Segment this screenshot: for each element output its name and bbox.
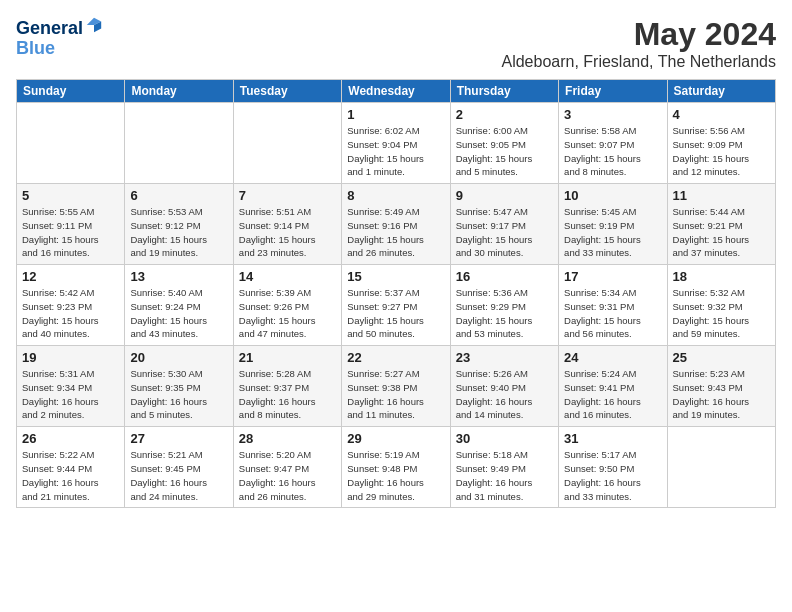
calendar-cell: 11Sunrise: 5:44 AMSunset: 9:21 PMDayligh… (667, 184, 775, 265)
calendar-cell: 23Sunrise: 5:26 AMSunset: 9:40 PMDayligh… (450, 346, 558, 427)
day-number: 24 (564, 350, 661, 365)
calendar-cell: 5Sunrise: 5:55 AMSunset: 9:11 PMDaylight… (17, 184, 125, 265)
day-number: 28 (239, 431, 336, 446)
weekday-header-friday: Friday (559, 80, 667, 103)
day-info: Sunrise: 5:39 AMSunset: 9:26 PMDaylight:… (239, 286, 336, 341)
calendar-cell: 14Sunrise: 5:39 AMSunset: 9:26 PMDayligh… (233, 265, 341, 346)
calendar-week-row: 1Sunrise: 6:02 AMSunset: 9:04 PMDaylight… (17, 103, 776, 184)
day-number: 10 (564, 188, 661, 203)
day-info: Sunrise: 5:28 AMSunset: 9:37 PMDaylight:… (239, 367, 336, 422)
day-info: Sunrise: 5:20 AMSunset: 9:47 PMDaylight:… (239, 448, 336, 503)
day-info: Sunrise: 5:42 AMSunset: 9:23 PMDaylight:… (22, 286, 119, 341)
day-number: 6 (130, 188, 227, 203)
day-number: 13 (130, 269, 227, 284)
day-number: 3 (564, 107, 661, 122)
day-number: 9 (456, 188, 553, 203)
day-info: Sunrise: 5:31 AMSunset: 9:34 PMDaylight:… (22, 367, 119, 422)
calendar-cell: 13Sunrise: 5:40 AMSunset: 9:24 PMDayligh… (125, 265, 233, 346)
day-info: Sunrise: 5:36 AMSunset: 9:29 PMDaylight:… (456, 286, 553, 341)
calendar-week-row: 19Sunrise: 5:31 AMSunset: 9:34 PMDayligh… (17, 346, 776, 427)
day-info: Sunrise: 5:37 AMSunset: 9:27 PMDaylight:… (347, 286, 444, 341)
day-info: Sunrise: 6:00 AMSunset: 9:05 PMDaylight:… (456, 124, 553, 179)
day-info: Sunrise: 5:51 AMSunset: 9:14 PMDaylight:… (239, 205, 336, 260)
day-number: 12 (22, 269, 119, 284)
day-info: Sunrise: 5:18 AMSunset: 9:49 PMDaylight:… (456, 448, 553, 503)
title-block: May 2024 Aldeboarn, Friesland, The Nethe… (501, 16, 776, 71)
calendar-cell: 3Sunrise: 5:58 AMSunset: 9:07 PMDaylight… (559, 103, 667, 184)
logo: General Blue (16, 16, 103, 59)
calendar-cell: 10Sunrise: 5:45 AMSunset: 9:19 PMDayligh… (559, 184, 667, 265)
day-info: Sunrise: 5:40 AMSunset: 9:24 PMDaylight:… (130, 286, 227, 341)
day-number: 11 (673, 188, 770, 203)
day-info: Sunrise: 5:19 AMSunset: 9:48 PMDaylight:… (347, 448, 444, 503)
calendar-week-row: 26Sunrise: 5:22 AMSunset: 9:44 PMDayligh… (17, 427, 776, 508)
day-info: Sunrise: 5:55 AMSunset: 9:11 PMDaylight:… (22, 205, 119, 260)
day-info: Sunrise: 5:22 AMSunset: 9:44 PMDaylight:… (22, 448, 119, 503)
day-info: Sunrise: 5:26 AMSunset: 9:40 PMDaylight:… (456, 367, 553, 422)
day-number: 15 (347, 269, 444, 284)
day-number: 26 (22, 431, 119, 446)
day-info: Sunrise: 5:47 AMSunset: 9:17 PMDaylight:… (456, 205, 553, 260)
day-number: 16 (456, 269, 553, 284)
day-number: 20 (130, 350, 227, 365)
day-number: 7 (239, 188, 336, 203)
calendar-cell: 29Sunrise: 5:19 AMSunset: 9:48 PMDayligh… (342, 427, 450, 508)
page-header: General Blue May 2024 Aldeboarn, Friesla… (16, 16, 776, 71)
calendar-cell: 21Sunrise: 5:28 AMSunset: 9:37 PMDayligh… (233, 346, 341, 427)
day-info: Sunrise: 5:17 AMSunset: 9:50 PMDaylight:… (564, 448, 661, 503)
day-info: Sunrise: 5:53 AMSunset: 9:12 PMDaylight:… (130, 205, 227, 260)
day-number: 31 (564, 431, 661, 446)
day-info: Sunrise: 5:30 AMSunset: 9:35 PMDaylight:… (130, 367, 227, 422)
day-info: Sunrise: 5:34 AMSunset: 9:31 PMDaylight:… (564, 286, 661, 341)
calendar-week-row: 12Sunrise: 5:42 AMSunset: 9:23 PMDayligh… (17, 265, 776, 346)
day-number: 5 (22, 188, 119, 203)
calendar-cell: 15Sunrise: 5:37 AMSunset: 9:27 PMDayligh… (342, 265, 450, 346)
day-number: 18 (673, 269, 770, 284)
weekday-header-sunday: Sunday (17, 80, 125, 103)
day-info: Sunrise: 5:44 AMSunset: 9:21 PMDaylight:… (673, 205, 770, 260)
day-number: 19 (22, 350, 119, 365)
calendar-cell: 18Sunrise: 5:32 AMSunset: 9:32 PMDayligh… (667, 265, 775, 346)
calendar-cell: 2Sunrise: 6:00 AMSunset: 9:05 PMDaylight… (450, 103, 558, 184)
calendar-week-row: 5Sunrise: 5:55 AMSunset: 9:11 PMDaylight… (17, 184, 776, 265)
day-number: 1 (347, 107, 444, 122)
calendar-cell (233, 103, 341, 184)
day-info: Sunrise: 5:49 AMSunset: 9:16 PMDaylight:… (347, 205, 444, 260)
calendar-cell: 6Sunrise: 5:53 AMSunset: 9:12 PMDaylight… (125, 184, 233, 265)
weekday-header-thursday: Thursday (450, 80, 558, 103)
day-number: 4 (673, 107, 770, 122)
calendar-cell: 8Sunrise: 5:49 AMSunset: 9:16 PMDaylight… (342, 184, 450, 265)
weekday-header-monday: Monday (125, 80, 233, 103)
calendar-table: SundayMondayTuesdayWednesdayThursdayFrid… (16, 79, 776, 508)
day-number: 14 (239, 269, 336, 284)
day-info: Sunrise: 5:21 AMSunset: 9:45 PMDaylight:… (130, 448, 227, 503)
weekday-header-wednesday: Wednesday (342, 80, 450, 103)
calendar-cell: 12Sunrise: 5:42 AMSunset: 9:23 PMDayligh… (17, 265, 125, 346)
calendar-cell: 24Sunrise: 5:24 AMSunset: 9:41 PMDayligh… (559, 346, 667, 427)
day-info: Sunrise: 5:23 AMSunset: 9:43 PMDaylight:… (673, 367, 770, 422)
calendar-cell (667, 427, 775, 508)
calendar-cell: 31Sunrise: 5:17 AMSunset: 9:50 PMDayligh… (559, 427, 667, 508)
day-number: 17 (564, 269, 661, 284)
location-title: Aldeboarn, Friesland, The Netherlands (501, 53, 776, 71)
calendar-cell: 26Sunrise: 5:22 AMSunset: 9:44 PMDayligh… (17, 427, 125, 508)
calendar-cell: 9Sunrise: 5:47 AMSunset: 9:17 PMDaylight… (450, 184, 558, 265)
day-info: Sunrise: 5:24 AMSunset: 9:41 PMDaylight:… (564, 367, 661, 422)
calendar-cell (17, 103, 125, 184)
day-number: 27 (130, 431, 227, 446)
day-number: 23 (456, 350, 553, 365)
weekday-header-tuesday: Tuesday (233, 80, 341, 103)
calendar-cell: 30Sunrise: 5:18 AMSunset: 9:49 PMDayligh… (450, 427, 558, 508)
calendar-cell: 28Sunrise: 5:20 AMSunset: 9:47 PMDayligh… (233, 427, 341, 508)
calendar-cell: 17Sunrise: 5:34 AMSunset: 9:31 PMDayligh… (559, 265, 667, 346)
logo-text2: Blue (16, 39, 103, 59)
day-number: 30 (456, 431, 553, 446)
day-number: 8 (347, 188, 444, 203)
day-number: 21 (239, 350, 336, 365)
day-info: Sunrise: 6:02 AMSunset: 9:04 PMDaylight:… (347, 124, 444, 179)
calendar-cell: 25Sunrise: 5:23 AMSunset: 9:43 PMDayligh… (667, 346, 775, 427)
day-number: 22 (347, 350, 444, 365)
calendar-cell: 20Sunrise: 5:30 AMSunset: 9:35 PMDayligh… (125, 346, 233, 427)
day-info: Sunrise: 5:32 AMSunset: 9:32 PMDaylight:… (673, 286, 770, 341)
calendar-cell: 4Sunrise: 5:56 AMSunset: 9:09 PMDaylight… (667, 103, 775, 184)
